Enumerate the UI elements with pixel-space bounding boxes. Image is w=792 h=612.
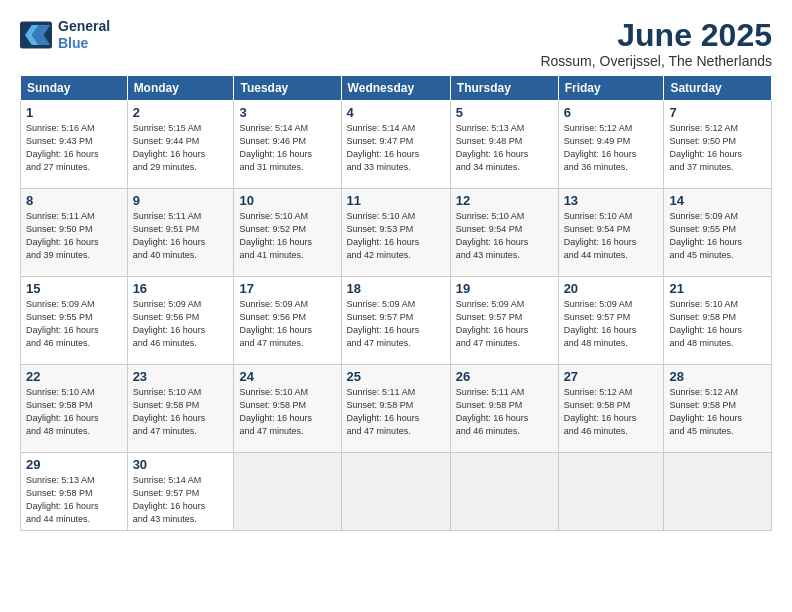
table-row: 21 Sunrise: 5:10 AMSunset: 9:58 PMDaylig… bbox=[664, 277, 772, 365]
day-number: 29 bbox=[26, 457, 122, 472]
day-number: 23 bbox=[133, 369, 229, 384]
table-row: 23 Sunrise: 5:10 AMSunset: 9:58 PMDaylig… bbox=[127, 365, 234, 453]
logo: General Blue bbox=[20, 18, 110, 52]
day-number: 10 bbox=[239, 193, 335, 208]
day-info: Sunrise: 5:10 AMSunset: 9:58 PMDaylight:… bbox=[133, 386, 229, 438]
day-info: Sunrise: 5:09 AMSunset: 9:55 PMDaylight:… bbox=[669, 210, 766, 262]
day-number: 21 bbox=[669, 281, 766, 296]
calendar-week-row: 29 Sunrise: 5:13 AMSunset: 9:58 PMDaylig… bbox=[21, 453, 772, 531]
table-row: 5 Sunrise: 5:13 AMSunset: 9:48 PMDayligh… bbox=[450, 101, 558, 189]
day-number: 11 bbox=[347, 193, 445, 208]
day-number: 5 bbox=[456, 105, 553, 120]
calendar-week-row: 8 Sunrise: 5:11 AMSunset: 9:50 PMDayligh… bbox=[21, 189, 772, 277]
day-number: 28 bbox=[669, 369, 766, 384]
day-info: Sunrise: 5:12 AMSunset: 9:49 PMDaylight:… bbox=[564, 122, 659, 174]
day-number: 2 bbox=[133, 105, 229, 120]
table-row: 22 Sunrise: 5:10 AMSunset: 9:58 PMDaylig… bbox=[21, 365, 128, 453]
day-info: Sunrise: 5:10 AMSunset: 9:54 PMDaylight:… bbox=[564, 210, 659, 262]
table-row: 17 Sunrise: 5:09 AMSunset: 9:56 PMDaylig… bbox=[234, 277, 341, 365]
day-info: Sunrise: 5:12 AMSunset: 9:58 PMDaylight:… bbox=[669, 386, 766, 438]
table-row: 15 Sunrise: 5:09 AMSunset: 9:55 PMDaylig… bbox=[21, 277, 128, 365]
day-number: 8 bbox=[26, 193, 122, 208]
day-info: Sunrise: 5:14 AMSunset: 9:57 PMDaylight:… bbox=[133, 474, 229, 526]
month-title: June 2025 bbox=[540, 18, 772, 53]
table-row: 13 Sunrise: 5:10 AMSunset: 9:54 PMDaylig… bbox=[558, 189, 664, 277]
logo-line1: General bbox=[58, 18, 110, 35]
day-info: Sunrise: 5:16 AMSunset: 9:43 PMDaylight:… bbox=[26, 122, 122, 174]
calendar-week-row: 22 Sunrise: 5:10 AMSunset: 9:58 PMDaylig… bbox=[21, 365, 772, 453]
col-monday: Monday bbox=[127, 76, 234, 101]
location-subtitle: Rossum, Overijssel, The Netherlands bbox=[540, 53, 772, 69]
day-number: 16 bbox=[133, 281, 229, 296]
day-info: Sunrise: 5:14 AMSunset: 9:46 PMDaylight:… bbox=[239, 122, 335, 174]
day-number: 22 bbox=[26, 369, 122, 384]
table-row: 4 Sunrise: 5:14 AMSunset: 9:47 PMDayligh… bbox=[341, 101, 450, 189]
table-row bbox=[234, 453, 341, 531]
day-number: 1 bbox=[26, 105, 122, 120]
table-row: 18 Sunrise: 5:09 AMSunset: 9:57 PMDaylig… bbox=[341, 277, 450, 365]
logo-icon bbox=[20, 21, 52, 49]
table-row bbox=[341, 453, 450, 531]
day-info: Sunrise: 5:09 AMSunset: 9:57 PMDaylight:… bbox=[347, 298, 445, 350]
table-row: 26 Sunrise: 5:11 AMSunset: 9:58 PMDaylig… bbox=[450, 365, 558, 453]
col-saturday: Saturday bbox=[664, 76, 772, 101]
calendar-week-row: 1 Sunrise: 5:16 AMSunset: 9:43 PMDayligh… bbox=[21, 101, 772, 189]
table-row: 6 Sunrise: 5:12 AMSunset: 9:49 PMDayligh… bbox=[558, 101, 664, 189]
col-friday: Friday bbox=[558, 76, 664, 101]
table-row: 8 Sunrise: 5:11 AMSunset: 9:50 PMDayligh… bbox=[21, 189, 128, 277]
table-row: 29 Sunrise: 5:13 AMSunset: 9:58 PMDaylig… bbox=[21, 453, 128, 531]
table-row: 11 Sunrise: 5:10 AMSunset: 9:53 PMDaylig… bbox=[341, 189, 450, 277]
day-info: Sunrise: 5:10 AMSunset: 9:58 PMDaylight:… bbox=[26, 386, 122, 438]
table-row: 19 Sunrise: 5:09 AMSunset: 9:57 PMDaylig… bbox=[450, 277, 558, 365]
col-wednesday: Wednesday bbox=[341, 76, 450, 101]
table-row: 16 Sunrise: 5:09 AMSunset: 9:56 PMDaylig… bbox=[127, 277, 234, 365]
day-info: Sunrise: 5:10 AMSunset: 9:53 PMDaylight:… bbox=[347, 210, 445, 262]
day-number: 14 bbox=[669, 193, 766, 208]
table-row: 27 Sunrise: 5:12 AMSunset: 9:58 PMDaylig… bbox=[558, 365, 664, 453]
day-number: 6 bbox=[564, 105, 659, 120]
day-number: 20 bbox=[564, 281, 659, 296]
table-row: 7 Sunrise: 5:12 AMSunset: 9:50 PMDayligh… bbox=[664, 101, 772, 189]
day-number: 9 bbox=[133, 193, 229, 208]
day-info: Sunrise: 5:09 AMSunset: 9:55 PMDaylight:… bbox=[26, 298, 122, 350]
day-number: 25 bbox=[347, 369, 445, 384]
day-info: Sunrise: 5:09 AMSunset: 9:56 PMDaylight:… bbox=[133, 298, 229, 350]
day-number: 12 bbox=[456, 193, 553, 208]
page: General Blue June 2025 Rossum, Overijsse… bbox=[0, 0, 792, 612]
day-number: 15 bbox=[26, 281, 122, 296]
day-info: Sunrise: 5:13 AMSunset: 9:48 PMDaylight:… bbox=[456, 122, 553, 174]
title-block: June 2025 Rossum, Overijssel, The Nether… bbox=[540, 18, 772, 69]
day-info: Sunrise: 5:10 AMSunset: 9:58 PMDaylight:… bbox=[239, 386, 335, 438]
day-info: Sunrise: 5:10 AMSunset: 9:54 PMDaylight:… bbox=[456, 210, 553, 262]
day-info: Sunrise: 5:12 AMSunset: 9:50 PMDaylight:… bbox=[669, 122, 766, 174]
day-number: 3 bbox=[239, 105, 335, 120]
day-info: Sunrise: 5:15 AMSunset: 9:44 PMDaylight:… bbox=[133, 122, 229, 174]
day-info: Sunrise: 5:11 AMSunset: 9:58 PMDaylight:… bbox=[456, 386, 553, 438]
logo-line2: Blue bbox=[58, 35, 88, 51]
table-row bbox=[558, 453, 664, 531]
table-row: 25 Sunrise: 5:11 AMSunset: 9:58 PMDaylig… bbox=[341, 365, 450, 453]
header: General Blue June 2025 Rossum, Overijsse… bbox=[20, 18, 772, 69]
table-row: 14 Sunrise: 5:09 AMSunset: 9:55 PMDaylig… bbox=[664, 189, 772, 277]
day-info: Sunrise: 5:14 AMSunset: 9:47 PMDaylight:… bbox=[347, 122, 445, 174]
day-number: 24 bbox=[239, 369, 335, 384]
table-row: 9 Sunrise: 5:11 AMSunset: 9:51 PMDayligh… bbox=[127, 189, 234, 277]
day-info: Sunrise: 5:09 AMSunset: 9:57 PMDaylight:… bbox=[564, 298, 659, 350]
day-number: 26 bbox=[456, 369, 553, 384]
col-thursday: Thursday bbox=[450, 76, 558, 101]
table-row: 3 Sunrise: 5:14 AMSunset: 9:46 PMDayligh… bbox=[234, 101, 341, 189]
col-sunday: Sunday bbox=[21, 76, 128, 101]
table-row: 20 Sunrise: 5:09 AMSunset: 9:57 PMDaylig… bbox=[558, 277, 664, 365]
logo-text: General Blue bbox=[58, 18, 110, 52]
calendar-header-row: Sunday Monday Tuesday Wednesday Thursday… bbox=[21, 76, 772, 101]
table-row: 28 Sunrise: 5:12 AMSunset: 9:58 PMDaylig… bbox=[664, 365, 772, 453]
day-info: Sunrise: 5:11 AMSunset: 9:58 PMDaylight:… bbox=[347, 386, 445, 438]
day-number: 4 bbox=[347, 105, 445, 120]
day-info: Sunrise: 5:10 AMSunset: 9:52 PMDaylight:… bbox=[239, 210, 335, 262]
day-number: 27 bbox=[564, 369, 659, 384]
table-row: 1 Sunrise: 5:16 AMSunset: 9:43 PMDayligh… bbox=[21, 101, 128, 189]
day-number: 19 bbox=[456, 281, 553, 296]
day-info: Sunrise: 5:10 AMSunset: 9:58 PMDaylight:… bbox=[669, 298, 766, 350]
table-row: 10 Sunrise: 5:10 AMSunset: 9:52 PMDaylig… bbox=[234, 189, 341, 277]
calendar-week-row: 15 Sunrise: 5:09 AMSunset: 9:55 PMDaylig… bbox=[21, 277, 772, 365]
